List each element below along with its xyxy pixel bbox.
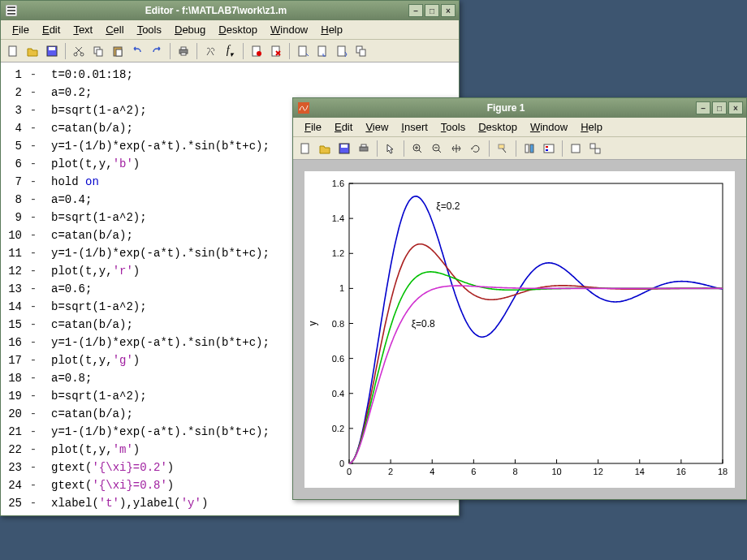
- y-tick-label: 1.6: [332, 179, 344, 188]
- editor-titlebar: Editor - f:\MATLAB7\work\z1.m – □ ×: [1, 1, 459, 20]
- editor-toolbar: f▾: [1, 40, 459, 62]
- menu-window[interactable]: Window: [264, 22, 314, 37]
- fig-print-icon[interactable]: [355, 140, 373, 157]
- y-tick-label: 1.2: [332, 248, 344, 258]
- new-icon[interactable]: [4, 42, 22, 60]
- svg-rect-15: [181, 53, 186, 55]
- figure-menubar: FileEditViewInsertToolsDesktopWindowHelp: [293, 118, 746, 137]
- svg-rect-37: [546, 149, 548, 151]
- figure-toolbar: [293, 137, 746, 160]
- fig-close-button[interactable]: ×: [728, 101, 743, 114]
- menu-window[interactable]: Window: [524, 119, 574, 135]
- y-tick-label: 1: [339, 283, 344, 293]
- fig-minimize-button[interactable]: –: [696, 101, 710, 114]
- menu-edit[interactable]: Edit: [328, 119, 359, 135]
- hide-tools-icon[interactable]: [567, 140, 585, 157]
- svg-rect-4: [9, 46, 16, 56]
- svg-point-17: [257, 51, 261, 56]
- fig-save-icon[interactable]: [335, 140, 353, 157]
- x-tick-label: 18: [718, 467, 728, 476]
- svg-rect-12: [116, 50, 122, 56]
- x-tick-label: 4: [430, 467, 434, 476]
- run-icon[interactable]: [294, 42, 312, 60]
- data-cursor-icon[interactable]: [494, 140, 512, 157]
- plot-area[interactable]: 02468101214161800.20.40.60.811.21.41.6yξ…: [304, 171, 735, 488]
- menu-desktop[interactable]: Desktop: [472, 119, 524, 135]
- svg-rect-38: [572, 144, 580, 153]
- plot-annotation: ξ=0.2: [436, 200, 460, 212]
- svg-rect-34: [530, 144, 533, 153]
- menu-desktop[interactable]: Desktop: [212, 22, 264, 37]
- svg-rect-20: [318, 46, 326, 56]
- minimize-button[interactable]: –: [408, 4, 423, 17]
- rotate-icon[interactable]: [467, 140, 485, 157]
- fig-new-icon[interactable]: [296, 140, 314, 157]
- svg-rect-35: [544, 144, 554, 153]
- menu-text[interactable]: Text: [67, 22, 99, 37]
- y-tick-label: 0.2: [332, 424, 344, 433]
- set-breakpoint-icon[interactable]: [248, 42, 266, 60]
- fig-open-icon[interactable]: [316, 140, 334, 157]
- zoom-out-icon[interactable]: [428, 140, 446, 157]
- x-tick-label: 10: [551, 467, 561, 476]
- step-icon[interactable]: [313, 42, 331, 60]
- svg-rect-27: [341, 144, 348, 148]
- x-tick-label: 0: [347, 467, 352, 476]
- stack-icon[interactable]: [352, 42, 370, 60]
- menu-tools[interactable]: Tools: [131, 22, 168, 37]
- svg-rect-21: [338, 46, 345, 56]
- find-icon[interactable]: [201, 42, 219, 60]
- svg-rect-25: [301, 144, 309, 153]
- editor-title: Editor - f:\MATLAB7\work\z1.m: [24, 5, 408, 16]
- step-in-icon[interactable]: [333, 42, 351, 60]
- zoom-in-icon[interactable]: [408, 140, 426, 157]
- menu-tools[interactable]: Tools: [434, 119, 472, 135]
- undo-icon[interactable]: [128, 42, 146, 60]
- svg-rect-23: [360, 50, 365, 56]
- y-tick-label: 0.6: [332, 354, 344, 364]
- x-tick-label: 2: [388, 467, 393, 476]
- svg-rect-1: [7, 6, 15, 8]
- save-icon[interactable]: [43, 42, 61, 60]
- menu-help[interactable]: Help: [314, 22, 349, 37]
- x-tick-label: 12: [594, 467, 603, 476]
- close-button[interactable]: ×: [441, 4, 456, 17]
- svg-rect-28: [360, 147, 368, 151]
- svg-rect-29: [361, 144, 366, 147]
- clear-breakpoint-icon[interactable]: [267, 42, 285, 60]
- redo-icon[interactable]: [148, 42, 166, 60]
- legend-icon[interactable]: [540, 140, 558, 157]
- copy-icon[interactable]: [89, 42, 107, 60]
- figure-titlebar: Figure 1 – □ ×: [293, 98, 746, 118]
- pointer-icon[interactable]: [382, 140, 399, 157]
- fig-maximize-button[interactable]: □: [712, 101, 727, 114]
- x-tick-label: 8: [512, 467, 517, 476]
- figure-body: 02468101214161800.20.40.60.811.21.41.6yξ…: [293, 160, 746, 499]
- show-tools-icon[interactable]: [586, 140, 604, 157]
- svg-rect-36: [546, 146, 548, 148]
- function-icon[interactable]: f▾: [221, 42, 239, 60]
- svg-rect-14: [181, 47, 186, 50]
- svg-rect-19: [299, 46, 306, 56]
- colorbar-icon[interactable]: [520, 140, 538, 157]
- menu-edit[interactable]: Edit: [36, 22, 67, 37]
- figure-app-icon: [296, 101, 311, 115]
- pan-icon[interactable]: [447, 140, 465, 157]
- menu-file[interactable]: File: [6, 22, 36, 37]
- svg-rect-33: [525, 144, 529, 153]
- print-icon[interactable]: [175, 42, 192, 60]
- y-tick-label: 0.8: [332, 319, 344, 329]
- menu-insert[interactable]: Insert: [395, 119, 434, 135]
- code-line: 1-t=0:0.01:18;: [1, 66, 459, 84]
- open-icon[interactable]: [24, 42, 41, 60]
- menu-debug[interactable]: Debug: [168, 22, 212, 37]
- menu-help[interactable]: Help: [574, 119, 609, 135]
- figure-title: Figure 1: [316, 102, 696, 114]
- menu-cell[interactable]: Cell: [99, 22, 130, 37]
- maximize-button[interactable]: □: [425, 4, 439, 17]
- menu-view[interactable]: View: [359, 119, 395, 135]
- y-tick-label: 1.4: [332, 213, 344, 223]
- menu-file[interactable]: File: [298, 119, 328, 135]
- paste-icon[interactable]: [109, 42, 127, 60]
- cut-icon[interactable]: [70, 42, 88, 60]
